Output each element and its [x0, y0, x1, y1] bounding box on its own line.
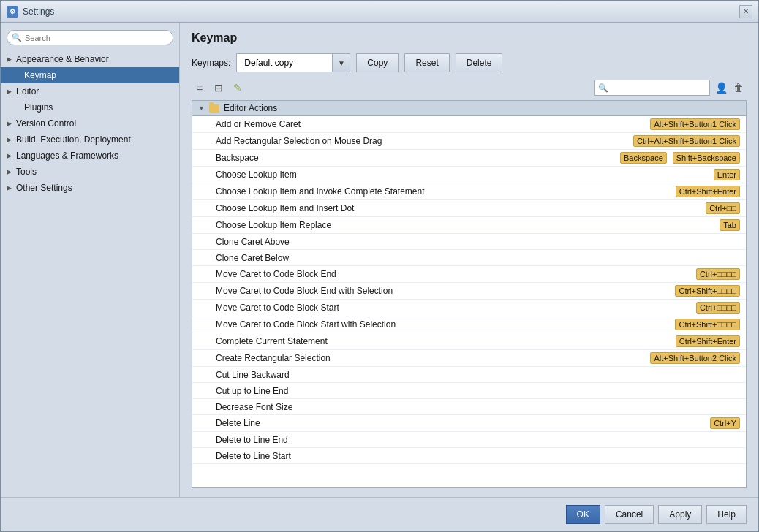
actions-search-box[interactable]: 🔍 [594, 80, 710, 96]
action-name: Backspace [216, 153, 617, 163]
ok-button[interactable]: OK [566, 505, 600, 524]
dialog-body: 🔍 ▶ Appearance & Behavior Keymap ▶ Edito… [1, 23, 758, 497]
table-row: Choose Lookup Item and Invoke Complete S… [192, 183, 746, 200]
shortcut-badge: Ctrl+□□□□ [696, 268, 740, 280]
sidebar-item-appearance[interactable]: ▶ Appearance & Behavior [1, 51, 179, 67]
table-row: Add or Remove CaretAlt+Shift+Button1 Cli… [192, 116, 746, 133]
action-name: Create Rectangular Selection [216, 353, 647, 363]
action-name: Add or Remove Caret [216, 119, 647, 129]
actions-toolbar: ≡ ⊟ ✎ 🔍 👤 🗑 [192, 80, 747, 96]
shortcut-badge: Enter [714, 169, 740, 180]
shortcut-badge: Tab [720, 219, 740, 231]
reset-button[interactable]: Reset [404, 53, 449, 72]
dialog-footer: OK Cancel Apply Help [1, 497, 758, 531]
shortcut-badge: Ctrl+□□□□ [696, 302, 740, 314]
table-row: Move Caret to Code Block End with Select… [192, 283, 746, 300]
collapse-all-button[interactable]: ⊟ [211, 80, 227, 96]
title-bar-left: ⚙ Settings [7, 6, 54, 18]
sidebar-item-keymap[interactable]: Keymap [1, 67, 179, 83]
shortcuts-container: Tab [717, 219, 740, 231]
shortcut-badge: Shift+Backspace [673, 152, 740, 164]
search-icon: 🔍 [12, 33, 22, 42]
table-row: Choose Lookup ItemEnter [192, 167, 746, 183]
shortcut-badge: Ctrl+Alt+Shift+Button1 Click [633, 135, 740, 147]
close-button[interactable]: ✕ [739, 5, 752, 18]
shortcuts-container: Ctrl+□□□□ [693, 268, 740, 280]
shortcut-badge: Ctrl+Shift+Enter [676, 335, 740, 347]
table-row: Move Caret to Code Block StartCtrl+□□□□ [192, 300, 746, 316]
dropdown-arrow-button[interactable]: ▼ [332, 54, 350, 72]
apply-button[interactable]: Apply [658, 505, 702, 524]
shortcut-badge: Backspace [620, 152, 667, 164]
cancel-button[interactable]: Cancel [605, 505, 654, 524]
actions-search-input[interactable] [611, 83, 706, 92]
action-name: Add Rectangular Selection on Mouse Drag [216, 136, 630, 146]
sidebar-item-editor[interactable]: ▶ Editor [1, 83, 179, 99]
action-name: Choose Lookup Item and Insert Dot [216, 203, 703, 213]
sidebar-item-build[interactable]: ▶ Build, Execution, Deployment [1, 132, 179, 148]
table-row: Decrease Font Size [192, 399, 746, 415]
shortcuts-container: BackspaceShift+Backspace [617, 152, 740, 164]
table-row: Delete to Line End [192, 432, 746, 448]
table-row: Cut Line Backward [192, 367, 746, 383]
action-name: Cut Line Backward [216, 370, 740, 380]
title-bar-title: Settings [23, 7, 54, 17]
action-name: Clone Caret Above [216, 237, 740, 247]
action-name: Delete Line [216, 418, 707, 428]
shortcut-badge: Ctrl+Shift+□□□□ [675, 285, 740, 297]
editor-actions-label: Editor Actions [224, 103, 277, 113]
copy-button[interactable]: Copy [356, 53, 399, 72]
shortcuts-container: Alt+Shift+Button1 Click [647, 118, 740, 130]
shortcut-badge: Alt+Shift+Button2 Click [650, 352, 740, 364]
action-name: Move Caret to Code Block End [216, 269, 693, 279]
table-row: BackspaceBackspaceShift+Backspace [192, 150, 746, 167]
sidebar-item-languages[interactable]: ▶ Languages & Frameworks [1, 148, 179, 164]
settings-icon: ⚙ [7, 6, 18, 18]
action-name: Complete Current Statement [216, 336, 673, 346]
search-icon-small: 🔍 [598, 83, 608, 93]
table-row: Create Rectangular SelectionAlt+Shift+Bu… [192, 350, 746, 367]
shortcut-badge: Ctrl+Y [710, 417, 740, 429]
shortcuts-container: Ctrl+□□□□ [693, 302, 740, 314]
sidebar-search-input[interactable] [25, 34, 168, 42]
action-name: Choose Lookup Item [216, 170, 711, 180]
sidebar-item-other[interactable]: ▶ Other Settings [1, 180, 179, 196]
shortcuts-container: Ctrl+□□ [703, 202, 740, 214]
table-row: Add Rectangular Selection on Mouse DragC… [192, 133, 746, 150]
table-row: Choose Lookup Item and Insert DotCtrl+□□ [192, 200, 746, 217]
sidebar: 🔍 ▶ Appearance & Behavior Keymap ▶ Edito… [1, 23, 180, 497]
keymap-dropdown[interactable]: Default copy ▼ [236, 53, 350, 72]
action-name: Decrease Font Size [216, 402, 740, 412]
shortcuts-container: Enter [711, 169, 740, 180]
sidebar-item-tools[interactable]: ▶ Tools [1, 164, 179, 180]
expand-arrow-lang: ▶ [7, 152, 12, 159]
shortcut-badge: Ctrl+Shift+□□□□ [675, 319, 740, 330]
table-row: Complete Current StatementCtrl+Shift+Ent… [192, 333, 746, 350]
table-row: Cut up to Line End [192, 383, 746, 399]
table-row: Move Caret to Code Block Start with Sele… [192, 316, 746, 333]
shortcut-badge: Ctrl+Shift+Enter [676, 186, 740, 197]
page-title: Keymap [192, 31, 747, 45]
delete-button[interactable]: Delete [456, 53, 503, 72]
table-row: Delete to Line Start [192, 448, 746, 464]
shortcuts-container: Ctrl+Shift+Enter [673, 186, 740, 197]
user-icon-button[interactable]: 👤 [713, 80, 729, 96]
action-name: Move Caret to Code Block Start [216, 303, 693, 313]
action-name: Move Caret to Code Block Start with Sele… [216, 319, 672, 330]
expand-all-button[interactable]: ≡ [192, 80, 208, 96]
trash-icon-button[interactable]: 🗑 [730, 80, 747, 96]
actions-list: Add or Remove CaretAlt+Shift+Button1 Cli… [192, 116, 746, 464]
expand-arrow-tools: ▶ [7, 168, 12, 175]
shortcuts-container: Ctrl+Shift+Enter [673, 335, 740, 347]
folder-icon [209, 104, 219, 113]
sidebar-item-plugins[interactable]: Plugins [1, 99, 179, 115]
actions-table: ▼ Editor Actions Add or Remove CaretAlt+… [192, 100, 747, 488]
shortcuts-container: Alt+Shift+Button2 Click [647, 352, 740, 364]
sidebar-search-box[interactable]: 🔍 [7, 30, 173, 45]
shortcut-badge: Ctrl+□□ [706, 202, 740, 214]
help-button[interactable]: Help [706, 505, 747, 524]
sidebar-item-version-control[interactable]: ▶ Version Control [1, 115, 179, 132]
keymap-selector-row: Keymaps: Default copy ▼ Copy Reset Delet… [192, 53, 747, 72]
expand-arrow-vc: ▶ [7, 120, 12, 127]
edit-shortcut-button[interactable]: ✎ [230, 80, 246, 96]
